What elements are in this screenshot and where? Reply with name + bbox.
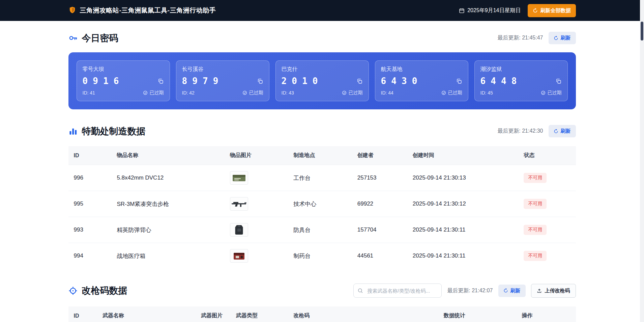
password-id: ID: 41 — [83, 90, 95, 96]
map-name: 巴克什 — [282, 66, 363, 73]
password-status: 已过期 — [143, 90, 164, 96]
password-card-hangtianjidi: 航天基地 6430 ID: 44 已过期 — [375, 60, 468, 101]
table-row: 994 战地医疗箱 制药台 44561 2025-09-14 21:30:11 … — [68, 243, 576, 269]
cell-id: 995 — [68, 191, 112, 217]
col-item-name: 物品名称 — [111, 146, 225, 165]
col-status: 状态 — [518, 146, 576, 165]
col-location: 制造地点 — [288, 146, 352, 165]
table-row: 993 精英防弹背心 防具台 157704 2025-09-14 21:30:1… — [68, 217, 576, 243]
cell-creator: 257153 — [352, 165, 407, 191]
password-id: ID: 45 — [480, 90, 493, 96]
copy-icon[interactable] — [257, 78, 263, 84]
check-circle-icon — [441, 90, 446, 95]
check-circle-icon — [143, 90, 148, 95]
guncode-last-update: 最后更新: 21:42:07 — [447, 287, 493, 294]
password-status: 已过期 — [242, 90, 263, 96]
vest-image — [230, 223, 248, 237]
refresh-icon — [503, 288, 508, 293]
copy-icon[interactable] — [456, 78, 462, 84]
cell-creator: 157704 — [352, 217, 407, 243]
check-circle-icon — [342, 90, 347, 95]
guncode-section: 改枪码数据 最后更新: 21:42:07 刷新 — [68, 284, 576, 322]
copy-icon[interactable] — [356, 78, 363, 84]
cell-id: 994 — [68, 243, 112, 269]
password-code: 6448 — [480, 76, 522, 86]
app-title: 三角洲攻略站-三角洲鼠鼠工具-三角洲行动助手 — [80, 6, 216, 15]
cell-id: 993 — [68, 217, 112, 243]
table-row: 996 5.8x42mm DVC12 工作台 257153 2025-09-14… — [68, 165, 576, 191]
cell-created-at: 2025-09-14 21:30:11 — [407, 217, 519, 243]
col-weapon-name: 武器名称 — [97, 306, 196, 322]
cell-item-name: 战地医疗箱 — [111, 243, 225, 269]
map-name: 零号大坝 — [83, 66, 164, 73]
manufacture-refresh-button[interactable]: 刷新 — [549, 125, 576, 137]
crosshair-icon — [68, 286, 78, 295]
page-scrollbar[interactable] — [640, 0, 644, 322]
key-icon — [68, 33, 78, 43]
cell-location: 技术中心 — [288, 191, 352, 217]
cell-item-name: SR-3M紧凑突击步枪 — [111, 191, 225, 217]
check-circle-icon — [242, 90, 247, 95]
current-date: 2025年9月14日星期日 — [459, 7, 521, 14]
cell-created-at: 2025-09-14 21:30:13 — [407, 165, 519, 191]
password-card-linghaodaba: 零号大坝 0916 ID: 41 已过期 — [77, 60, 170, 101]
password-card-bakeshi: 巴克什 2010 ID: 43 已过期 — [275, 60, 369, 101]
map-name: 潮汐监狱 — [480, 66, 562, 73]
copy-icon[interactable] — [555, 78, 562, 84]
cell-created-at: 2025-09-14 21:30:11 — [407, 243, 519, 269]
date-label: 2025年9月14日星期日 — [467, 7, 521, 14]
password-code: 2010 — [282, 76, 323, 86]
password-card-chaoxijianyu: 潮汐监狱 6448 ID: 45 已过期 — [474, 60, 568, 101]
manufacture-table: ID 物品名称 物品图片 制造地点 创建者 创建时间 状态 996 5.8x42… — [68, 146, 576, 269]
col-id: ID — [68, 306, 97, 322]
brand: 三角洲攻略站-三角洲鼠鼠工具-三角洲行动助手 — [68, 6, 216, 15]
cell-location: 工作台 — [288, 165, 352, 191]
calendar-icon — [459, 8, 465, 14]
refresh-icon — [554, 129, 558, 134]
password-status: 已过期 — [541, 90, 562, 96]
copy-icon[interactable] — [157, 78, 164, 84]
cell-id: 996 — [68, 165, 112, 191]
weapon-search — [353, 284, 442, 298]
refresh-all-label: 刷新全部数据 — [540, 7, 571, 14]
col-gun-code: 改枪码 — [288, 306, 438, 322]
check-circle-icon — [541, 90, 546, 95]
password-refresh-button[interactable]: 刷新 — [549, 32, 576, 44]
search-input[interactable] — [353, 284, 442, 298]
manufacture-section: 特勤处制造数据 最后更新: 21:42:30 刷新 ID 物品名称 物品图片 制… — [68, 125, 576, 269]
app-header: 三角洲攻略站-三角洲鼠鼠工具-三角洲行动助手 2025年9月14日星期日 刷新全… — [0, 0, 644, 21]
password-section-title: 今日密码 — [82, 32, 118, 44]
ammo-box-image — [230, 171, 248, 185]
rifle-image — [230, 197, 248, 211]
cell-location: 制药台 — [288, 243, 352, 269]
cell-created-at: 2025-09-14 21:30:12 — [407, 191, 519, 217]
password-code: 8979 — [182, 76, 224, 86]
upload-guncode-button[interactable]: 上传改枪码 — [531, 284, 576, 298]
col-id: ID — [68, 146, 112, 165]
cell-item-name: 精英防弹背心 — [111, 217, 225, 243]
cell-creator: 69922 — [352, 191, 407, 217]
password-card-changgongxigu: 长弓溪谷 8979 ID: 42 已过期 — [176, 60, 269, 101]
password-code: 6430 — [381, 76, 422, 86]
shield-icon — [68, 6, 76, 15]
guncode-refresh-button[interactable]: 刷新 — [498, 285, 526, 297]
refresh-icon — [533, 8, 538, 13]
manufacture-section-title: 特勤处制造数据 — [82, 125, 146, 137]
status-badge: 不可用 — [524, 251, 547, 261]
scrollbar-thumb[interactable] — [641, 22, 643, 41]
cell-creator: 44561 — [352, 243, 407, 269]
password-last-update: 最后更新: 21:45:47 — [497, 34, 543, 42]
status-badge: 不可用 — [524, 199, 547, 209]
password-status: 已过期 — [342, 90, 363, 96]
refresh-all-button[interactable]: 刷新全部数据 — [528, 4, 576, 17]
password-panel: 零号大坝 0916 ID: 41 已过期 — [68, 52, 576, 109]
col-weapon-image: 武器图片 — [196, 306, 231, 322]
upload-icon — [537, 288, 542, 293]
table-header-row: ID 武器名称 武器图片 武器类型 改枪码 数据统计 操作 — [68, 306, 576, 322]
password-id: ID: 43 — [282, 90, 294, 96]
main-content: 今日密码 最后更新: 21:45:47 刷新 零号大坝 0916 — [68, 21, 576, 322]
bar-chart-icon — [68, 127, 78, 136]
status-badge: 不可用 — [524, 225, 547, 235]
col-weapon-type: 武器类型 — [231, 306, 288, 322]
cell-location: 防具台 — [288, 217, 352, 243]
